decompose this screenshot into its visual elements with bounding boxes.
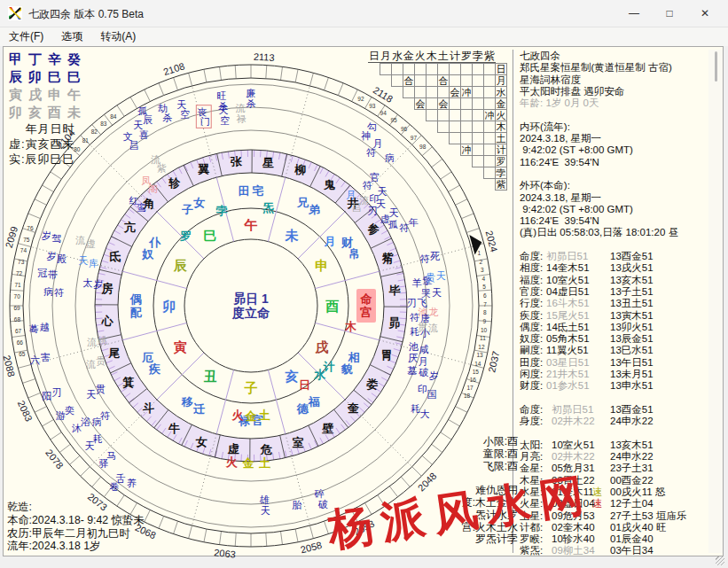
menu-item-1[interactable]: 选项: [52, 29, 91, 44]
mansion-心: 心: [100, 315, 114, 328]
palace-命宫: 宫: [359, 306, 372, 319]
planet-孛: 孛: [215, 204, 228, 217]
mansion-翼: 翼: [197, 162, 209, 175]
star-小耗: 耗: [410, 326, 419, 337]
star-天刃: 刃: [368, 206, 378, 216]
panel-line-26: 田度:03星日5113午日51: [520, 357, 708, 369]
panel-line-2: 星海詞林宿度: [520, 74, 708, 86]
mansion-娄: 娄: [365, 377, 378, 391]
natal-line-1: 本命:2024.3.18- 9:42 惊蛰未: [7, 514, 144, 527]
panel-line-17: 命度:初昴日5113酉金51: [520, 251, 708, 262]
star-蓦越: 蓦: [29, 323, 39, 334]
grid-cell-月木: [426, 74, 438, 87]
age-82: 82: [91, 128, 98, 135]
star-流昌: 昌: [352, 202, 362, 213]
center-text: 度立命: [231, 306, 270, 320]
mansion-毕: 毕: [389, 284, 401, 297]
panel-line-12: 2024.3.18, 星期一: [520, 192, 708, 204]
star-冠带: 带: [48, 269, 58, 280]
age-68: 68: [14, 316, 21, 323]
age-12: 12: [478, 344, 485, 350]
grid-cell-月火: [414, 74, 427, 87]
age-94: 94: [380, 110, 387, 116]
menu-item-0[interactable]: 文件(F): [0, 29, 52, 44]
panel-line-23: 偶度:14氐土5113卯火51: [520, 322, 708, 333]
menu-item-2[interactable]: 转动(A): [91, 29, 145, 44]
year-2024: 2024: [483, 230, 499, 253]
age-95: 95: [390, 117, 397, 123]
age-4: 4: [481, 276, 485, 282]
palace-配偶: 偶: [129, 292, 142, 306]
star-天喜: 喜: [139, 129, 149, 140]
age-10: 10: [481, 327, 488, 333]
scrollbar-thumb[interactable]: [715, 51, 717, 82]
natal-line-0: 乾造:: [7, 501, 144, 514]
grid-cell-水金: [403, 86, 415, 98]
mansion-星: 星: [262, 156, 274, 169]
branch-寅: 寅: [174, 339, 187, 354]
star-月: 月: [346, 190, 356, 200]
grid-cell-木罗: [460, 121, 473, 133]
planet-木: 木: [344, 320, 357, 333]
star-天哭: 天: [432, 287, 442, 298]
age-96: 96: [401, 126, 408, 132]
star-死符: 死: [429, 251, 440, 261]
star-月厌: 厌: [408, 353, 418, 363]
mansion-牛: 牛: [168, 422, 180, 435]
grid-cell-水紫: [483, 86, 496, 98]
resize-grip[interactable]: [716, 556, 724, 565]
star-太岁: 太: [82, 277, 92, 288]
branch-子: 子: [244, 380, 258, 395]
star-墓: 墓: [407, 365, 417, 376]
branch-酉: 酉: [325, 299, 340, 314]
star-飞刃: 刃: [406, 298, 416, 308]
star-天贯: 天: [86, 389, 96, 400]
mansion-轸: 轸: [168, 176, 181, 190]
mansion-参: 参: [367, 222, 380, 236]
close-button[interactable]: ✕: [687, 0, 723, 27]
grid-col-水: 水: [391, 51, 403, 62]
grid-cell-计罗: 冲: [460, 144, 473, 156]
pillar-branches: 辰卯巳巳: [9, 68, 87, 86]
grid-cell-土紫: [483, 132, 496, 144]
star-官符: 符: [363, 180, 372, 191]
grid-cell-月金: 合: [403, 74, 415, 87]
star-天虚: 天: [389, 207, 399, 218]
grid-col-计: 计: [449, 51, 461, 62]
grid-col-金: 金: [403, 51, 415, 62]
branch-戌: 戌: [314, 339, 328, 354]
branch-未: 未: [285, 228, 300, 243]
star-擎羊: 羊: [412, 277, 422, 288]
panel-line-20: 官度:04虚日5113子土51: [520, 286, 708, 298]
maximize-button[interactable]: □: [652, 0, 687, 27]
palace-迁移: 迁: [192, 402, 205, 416]
panel-line-5: [520, 109, 708, 121]
star-岁破: 岁: [429, 370, 439, 381]
star-病: 病: [385, 152, 395, 163]
minimize-button[interactable]: —: [616, 0, 652, 27]
grid-cell-水罗: 冲: [460, 86, 473, 98]
grid-cell-火木: [426, 109, 438, 121]
scrollbar-track[interactable]: [708, 50, 723, 553]
star-游奕: 奕: [65, 405, 74, 416]
age-9: 9: [483, 318, 487, 324]
grid-cell-月罗: [460, 74, 473, 87]
palace-配偶: 配: [130, 306, 143, 319]
window-title: 七政四余 版本 0.75 Beta: [28, 7, 144, 22]
panel-line-21: 行度:16斗木5113丑土51: [520, 298, 708, 309]
age-92: 92: [357, 96, 364, 102]
star-天雄: 雄: [259, 494, 270, 505]
age-3: 3: [481, 267, 484, 273]
grid-cell-计孛: [472, 144, 484, 156]
star-卷舌: 舌: [116, 473, 126, 484]
palace-相貌: 貌: [341, 362, 353, 376]
grid-cell-日木: [426, 63, 438, 75]
panel-line-30: 命度: 初昴日5113酉金51: [520, 404, 708, 416]
limits-line-2: 飞限:酉: [420, 461, 518, 473]
grid-cell-水孛: [472, 86, 484, 98]
star-小耗: 小: [419, 328, 430, 338]
grid-cell-木紫: [483, 121, 496, 133]
grid-row-火: 火: [495, 109, 507, 121]
pillar-xu: 虚:寅亥酉未: [9, 136, 87, 152]
year-2083: 2083: [16, 399, 35, 423]
